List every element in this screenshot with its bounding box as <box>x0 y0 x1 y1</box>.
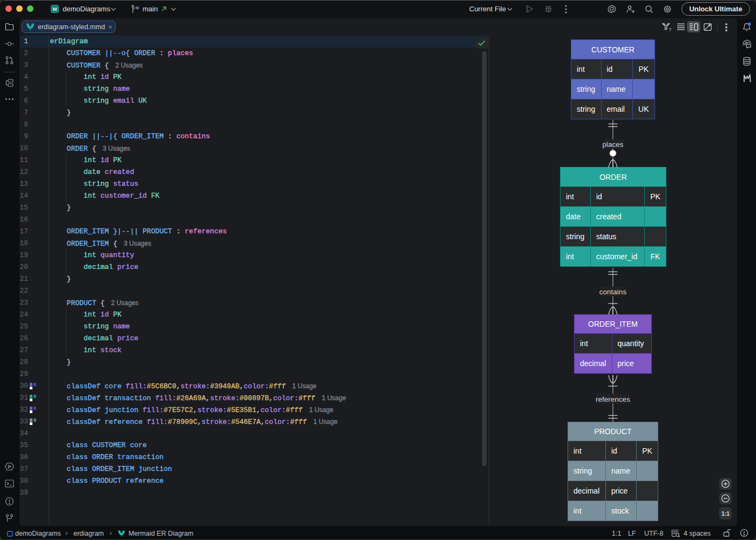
svg-text:places: places <box>602 140 623 148</box>
svg-text:?: ? <box>669 27 671 32</box>
svg-text:references: references <box>596 395 630 403</box>
svg-text:M: M <box>52 6 57 12</box>
svg-text:contains: contains <box>599 288 627 296</box>
svg-text:1:1: 1:1 <box>721 510 730 517</box>
